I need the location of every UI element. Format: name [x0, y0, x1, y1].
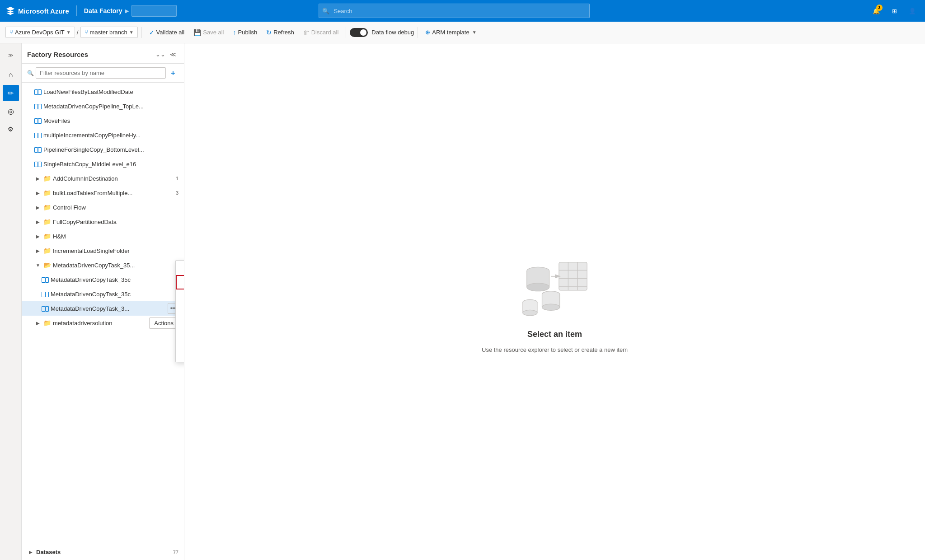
tree-item-badge: 1: [176, 176, 178, 181]
list-item[interactable]: multipleIncrementalCopyPipelineHy...: [22, 128, 184, 142]
download-icon: ↓: [183, 336, 184, 344]
sidebar-title: Factory Resources: [27, 51, 88, 58]
context-menu-delete[interactable]: 🗑 Delete: [176, 347, 184, 362]
validate-icon: ✓: [149, 29, 155, 36]
settings-button[interactable]: 👤: [905, 4, 920, 18]
filter-resources-input[interactable]: [36, 67, 166, 79]
monitor-nav-button[interactable]: ◎: [3, 103, 19, 119]
git-chevron: ▼: [66, 30, 71, 35]
tree-item-label: H&M: [53, 233, 178, 240]
context-menu-monitor[interactable]: ◎ Monitor: [176, 289, 184, 304]
main-content-area: Select an item Use the resource explorer…: [184, 43, 925, 560]
tree-item-label: SingleBatchCopy_MiddleLevel_e16: [43, 161, 178, 168]
left-nav: ≫ ⌂ ✏ ◎ ⚙: [0, 43, 22, 560]
folder-icon: 📁: [43, 189, 51, 196]
author-nav-button[interactable]: ✏: [3, 85, 19, 101]
tree-item-label: FullCopyPartitionedData: [53, 219, 178, 225]
publish-label: Publish: [238, 29, 258, 36]
list-item[interactable]: ▶ 📁 bulkLoadTablesFromMultiple... 3: [22, 186, 184, 200]
refresh-icon: ↻: [266, 29, 272, 36]
list-item[interactable]: ▶ 📁 FullCopyPartitionedData: [22, 215, 184, 229]
home-nav-button[interactable]: ⌂: [3, 67, 19, 83]
tree-expand-icon: ▶: [34, 175, 42, 182]
azure-logo: Microsoft Azure: [5, 6, 69, 16]
minimize-sidebar-button[interactable]: ≪: [168, 49, 178, 60]
notification-badge: 3: [876, 5, 883, 11]
list-item[interactable]: MetadataDrivenCopyPipeline_TopLe...: [22, 99, 184, 113]
tree-item-label: MetadataDrivenCopyTask_3...: [51, 305, 166, 312]
folder-icon: 📁: [43, 319, 51, 327]
branch-selector[interactable]: ⑂ master branch ▼: [80, 27, 138, 38]
list-item[interactable]: ▶ 📁 Control Flow: [22, 200, 184, 215]
tree-item-badge: 3: [176, 190, 178, 196]
toolbar: ⑂ Azure DevOps GIT ▼ / ⑂ master branch ▼…: [0, 22, 925, 43]
debug-toggle[interactable]: [350, 28, 368, 37]
manage-nav-button[interactable]: ⚙: [3, 121, 19, 137]
save-all-button[interactable]: 💾 Save all: [190, 27, 227, 38]
list-item[interactable]: ▼ 📂 MetadataDrivenCopyTask_35...: [22, 258, 184, 272]
service-name: Data Factory: [84, 7, 122, 14]
resource-tree: LoadNewFilesByLastModifiedDate MetadataD…: [22, 83, 184, 544]
publish-button[interactable]: ↑ Publish: [230, 27, 261, 38]
context-menu: ↗ Open ✏ Edit control table ◎ Monitor ⧉ …: [175, 260, 184, 362]
azure-search-container: 🔍: [319, 4, 590, 18]
context-menu-edit[interactable]: ✏ Edit control table: [176, 275, 184, 289]
pipeline-icon: [34, 89, 42, 94]
azure-logo-text: Microsoft Azure: [18, 7, 69, 15]
search-icon: 🔍: [27, 70, 34, 76]
list-item[interactable]: SingleBatchCopy_MiddleLevel_e16: [22, 157, 184, 171]
azure-logo-icon: [5, 6, 15, 16]
collapse-nav-button[interactable]: ≫: [3, 47, 19, 63]
context-menu-clone[interactable]: ⧉ Clone: [176, 304, 184, 318]
list-item[interactable]: MetadataDrivenCopyTask_35c: [22, 287, 184, 301]
azure-search-input[interactable]: [319, 4, 590, 18]
breadcrumb-box: [131, 5, 177, 17]
svg-point-14: [542, 304, 559, 310]
notification-button[interactable]: 🔔 3: [869, 4, 883, 18]
list-item[interactable]: ▶ 📁 IncrementalLoadSingleFolder: [22, 243, 184, 258]
list-item[interactable]: ▶ 📁 metadatadriversolution Actions: [22, 316, 184, 330]
context-menu-moveto[interactable]: ⬚ Move to: [176, 318, 184, 333]
refresh-label: Refresh: [273, 29, 294, 36]
tree-item-label: AddColumnInDestination: [53, 175, 174, 182]
tree-expand-icon: ▶: [34, 319, 42, 327]
tree-item-label: IncrementalLoadSingleFolder: [53, 247, 178, 254]
tree-item-label: MetadataDrivenCopyTask_35c: [51, 276, 178, 283]
add-resource-button[interactable]: +: [168, 68, 178, 79]
list-item[interactable]: LoadNewFilesByLastModifiedDate: [22, 84, 184, 99]
list-item[interactable]: MoveFiles: [22, 113, 184, 128]
tree-expand-icon: ▶: [34, 233, 42, 240]
toolbar-divider-1: [141, 27, 142, 38]
pipeline-icon: [34, 132, 42, 138]
datasets-section[interactable]: ▶ Datasets 77: [22, 544, 184, 560]
collapse-section-button[interactable]: ⌄⌄: [155, 49, 166, 60]
tree-item-label: MetadataDrivenCopyPipeline_TopLe...: [43, 103, 178, 110]
discard-button[interactable]: 🗑 Discard all: [300, 27, 343, 38]
tree-item-label: LoadNewFilesByLastModifiedDate: [43, 89, 178, 95]
pipeline-icon: [42, 277, 49, 282]
pipeline-icon: [42, 306, 49, 311]
list-item[interactable]: PipelineForSingleCopy_BottomLevel...: [22, 142, 184, 157]
breadcrumb-arrow: ▶: [125, 8, 129, 14]
list-item[interactable]: MetadataDrivenCopyTask_35c: [22, 272, 184, 287]
context-menu-open[interactable]: ↗ Open: [176, 261, 184, 275]
git-branch-selector[interactable]: ⑂ Azure DevOps GIT ▼: [5, 27, 75, 38]
refresh-button[interactable]: ↻ Refresh: [263, 27, 298, 38]
azure-top-bar: Microsoft Azure Data Factory ▶ 🔍 🔔 3 ⊞ 👤: [0, 0, 925, 22]
save-icon: 💾: [193, 29, 201, 36]
list-item[interactable]: ▶ 📁 H&M: [22, 229, 184, 243]
context-menu-download[interactable]: ↓ Download support files: [176, 333, 184, 347]
svg-point-19: [522, 310, 537, 315]
validate-label: Validate all: [156, 29, 185, 36]
list-item[interactable]: MetadataDrivenCopyTask_3... •••: [22, 301, 184, 316]
tree-expand-icon: ▶: [34, 247, 42, 254]
placeholder-illustration: [514, 250, 596, 322]
arm-template-button[interactable]: ⊕ ARM template ▼: [422, 27, 480, 37]
clone-icon: ⧉: [183, 308, 184, 315]
validate-all-button[interactable]: ✓ Validate all: [146, 27, 188, 38]
list-item[interactable]: ▶ 📁 AddColumnInDestination 1: [22, 171, 184, 186]
portal-button[interactable]: ⊞: [887, 4, 902, 18]
actions-button[interactable]: Actions: [149, 317, 178, 329]
tree-expand-icon: ▼: [34, 261, 42, 269]
pipeline-icon: [34, 161, 42, 167]
